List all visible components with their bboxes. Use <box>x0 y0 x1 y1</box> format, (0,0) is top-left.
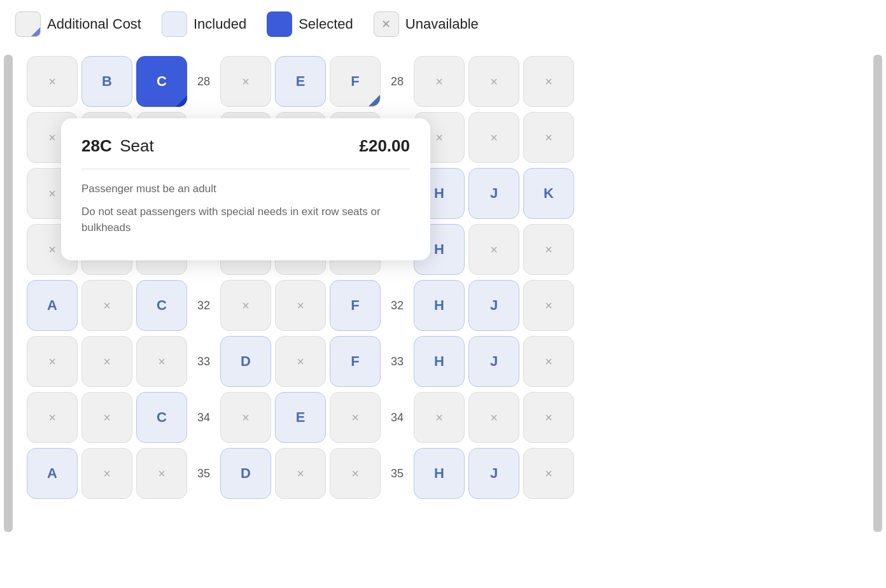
seat-x: × <box>81 392 132 443</box>
scrollbar-right[interactable] <box>873 55 882 532</box>
seat-J[interactable]: J <box>468 280 519 331</box>
seat-H[interactable]: H <box>414 336 465 387</box>
seat-F[interactable]: F <box>330 336 381 387</box>
seat-x: × <box>523 392 574 443</box>
additional-cost-icon <box>15 11 41 37</box>
seat-x: × <box>81 336 132 387</box>
seat-x: × <box>275 336 326 387</box>
seat-H[interactable]: H <box>414 448 465 499</box>
seat-x: × <box>220 392 271 443</box>
seat-C[interactable]: C <box>136 56 187 107</box>
seat-J[interactable]: J <box>468 336 519 387</box>
legend-item-additional: Additional Cost <box>15 11 141 37</box>
tooltip-divider <box>81 169 410 169</box>
seat-A[interactable]: A <box>27 448 78 499</box>
tooltip-note-2: Do not seat passengers with special need… <box>81 204 410 236</box>
seat-grid-outer: ×BC28×EF28××××××29×××29××××××30×××30HJK×… <box>17 48 869 538</box>
unavailable-label: Unavailable <box>405 16 479 32</box>
legend-item-selected: Selected <box>267 11 353 37</box>
row-number-left: 34 <box>191 411 216 424</box>
legend-item-unavailable: ✕ Unavailable <box>374 11 479 37</box>
scrollbar-left[interactable] <box>4 55 13 532</box>
legend-item-included: Included <box>162 11 246 37</box>
seat-row: ×××33D×F33HJ× <box>27 336 859 387</box>
seat-x: × <box>523 56 574 107</box>
seat-F[interactable]: F <box>330 280 381 331</box>
row-number-left: 32 <box>191 299 216 312</box>
seat-row: ××C34×E×34××× <box>27 392 859 443</box>
included-icon <box>162 11 187 37</box>
seat-K[interactable]: K <box>523 168 574 219</box>
seat-x: × <box>81 448 132 499</box>
row-number-right: 28 <box>384 75 410 88</box>
seat-x: × <box>523 112 574 163</box>
seat-x: × <box>81 280 132 331</box>
tooltip-seat-info: 28C Seat <box>81 136 154 156</box>
seat-B[interactable]: B <box>81 56 132 107</box>
seat-x: × <box>468 392 519 443</box>
seat-x: × <box>414 56 465 107</box>
seat-row: ×BC28×EF28××× <box>27 56 859 107</box>
row-number-right: 33 <box>384 355 410 368</box>
seat-tooltip: 28C Seat £20.00 Passenger must be an adu… <box>61 118 430 260</box>
seat-D[interactable]: D <box>220 448 271 499</box>
additional-cost-label: Additional Cost <box>47 16 141 32</box>
seat-x: × <box>220 56 271 107</box>
seat-map-container: ×BC28×EF28××××××29×××29××××××30×××30HJK×… <box>0 48 886 538</box>
seat-x: × <box>523 280 574 331</box>
seat-x: × <box>523 336 574 387</box>
seat-x: × <box>27 56 78 107</box>
seat-H[interactable]: H <box>414 280 465 331</box>
seat-x: × <box>275 280 326 331</box>
seat-x: × <box>330 448 381 499</box>
seat-x: × <box>136 336 187 387</box>
seat-x: × <box>414 392 465 443</box>
tooltip-header: 28C Seat £20.00 <box>81 136 410 156</box>
seat-F[interactable]: F <box>330 56 381 107</box>
seat-E[interactable]: E <box>275 56 326 107</box>
seat-x: × <box>523 448 574 499</box>
row-number-right: 35 <box>384 467 410 480</box>
row-number-left: 33 <box>191 355 216 368</box>
row-number-left: 35 <box>191 467 216 480</box>
row-number-right: 32 <box>384 299 410 312</box>
seat-x: × <box>27 392 78 443</box>
tooltip-seat-id: 28C <box>81 136 112 155</box>
seat-J[interactable]: J <box>468 168 519 219</box>
seat-A[interactable]: A <box>27 280 78 331</box>
seat-x: × <box>468 224 519 275</box>
seat-row: A××35D××35HJ× <box>27 448 859 499</box>
seat-x: × <box>27 336 78 387</box>
seat-x: × <box>468 112 519 163</box>
seat-D[interactable]: D <box>220 336 271 387</box>
seat-C[interactable]: C <box>136 280 187 331</box>
seat-grid: ×BC28×EF28××××××29×××29××××××30×××30HJK×… <box>17 48 869 507</box>
tooltip-price: £20.00 <box>359 136 410 156</box>
included-label: Included <box>193 16 246 32</box>
seat-E[interactable]: E <box>275 392 326 443</box>
seat-x: × <box>523 224 574 275</box>
selected-label: Selected <box>299 16 353 32</box>
seat-row: A×C32××F32HJ× <box>27 280 859 331</box>
row-number-left: 28 <box>191 75 216 88</box>
seat-x: × <box>220 280 271 331</box>
legend: Additional Cost Included Selected ✕ Unav… <box>0 0 886 48</box>
seat-x: × <box>136 448 187 499</box>
seat-x: × <box>330 392 381 443</box>
seat-x: × <box>275 448 326 499</box>
row-number-right: 34 <box>384 411 410 424</box>
selected-icon <box>267 11 292 37</box>
unavailable-icon: ✕ <box>374 11 399 37</box>
seat-J[interactable]: J <box>468 448 519 499</box>
seat-C[interactable]: C <box>136 392 187 443</box>
tooltip-seat-label: Seat <box>120 136 154 155</box>
seat-x: × <box>468 56 519 107</box>
tooltip-note-1: Passenger must be an adult <box>81 181 410 197</box>
